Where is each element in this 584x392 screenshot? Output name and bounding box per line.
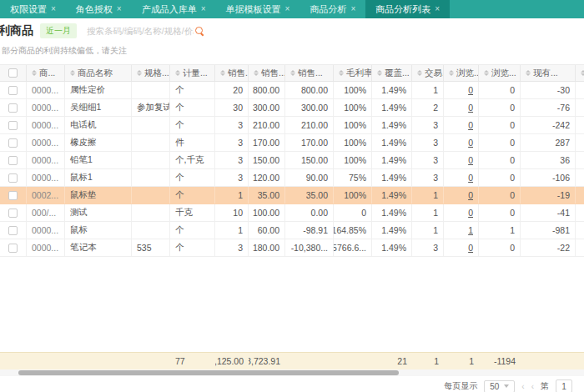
column-header[interactable]: 浏览... [479, 65, 521, 81]
tab-close-icon[interactable]: × [285, 5, 290, 13]
sort-icon[interactable] [377, 70, 382, 76]
table-row[interactable]: 0000...橡皮擦件3170.00170.00100%1.49%300287 [0, 134, 584, 152]
sort-icon[interactable] [290, 70, 295, 76]
cell-name: 属性定价 [65, 82, 132, 98]
cell-coverage: 1.49% [372, 152, 412, 168]
views-link[interactable]: 0 [468, 103, 473, 113]
cell-amount: 180.00 [249, 239, 285, 256]
table-row[interactable]: 0002...鼠标垫个135.0035.00100%1.49%100-19 [0, 187, 584, 204]
cell-qty: 3 [215, 169, 249, 186]
column-header[interactable]: 毛利率 [334, 65, 372, 81]
sort-icon[interactable] [220, 70, 225, 76]
row-checkbox[interactable] [8, 121, 18, 130]
horizontal-scrollbar[interactable] [0, 369, 584, 376]
sort-icon[interactable] [70, 70, 75, 76]
period-tag[interactable]: 近一月 [40, 23, 77, 38]
table-row[interactable]: 0000...鼠标1个3120.0090.0075%1.49%300-106 [0, 169, 584, 187]
tab-close-icon[interactable]: × [117, 5, 122, 13]
sort-icon[interactable] [526, 70, 531, 76]
row-checkbox[interactable] [8, 173, 18, 183]
row-checkbox[interactable] [8, 244, 18, 253]
tab-bar: 权限设置×角色授权×产成品入库单×单据模板设置×商品分析×商品分析列表× [0, 0, 584, 18]
search-box [87, 26, 204, 36]
tab-2[interactable]: 角色授权× [66, 0, 132, 18]
column-header[interactable]: 商品名称 [65, 65, 132, 81]
cell-coverage: 1.49% [372, 99, 412, 116]
sort-icon[interactable] [484, 70, 489, 76]
per-page-select[interactable]: 50 [484, 380, 515, 392]
tab-6[interactable]: 商品分析列表× [365, 0, 450, 18]
tab-close-icon[interactable]: × [51, 5, 56, 13]
row-checkbox[interactable] [8, 156, 18, 165]
prev-page-button[interactable]: ‹ [531, 382, 534, 391]
sort-icon[interactable] [137, 70, 142, 76]
row-checkbox[interactable] [8, 209, 18, 218]
column-header[interactable]: 销售... [249, 65, 285, 81]
views-link[interactable]: 0 [468, 243, 473, 253]
table-row[interactable]: 0000...电话机个3210.00210.00100%1.49%300-242 [0, 117, 584, 134]
tab-close-icon[interactable]: × [350, 5, 355, 13]
tab-close-icon[interactable]: × [435, 5, 440, 13]
table-row[interactable]: 000/...测试千克10100.000.0001.49%100-41 [0, 204, 584, 222]
table-header-row: 商...商品名称规格...计量...销售...销售...销售...毛利率覆盖..… [0, 64, 584, 82]
column-header[interactable]: 商... [27, 65, 65, 81]
row-checkbox[interactable] [8, 226, 18, 235]
column-header[interactable]: 覆盖... [372, 65, 412, 81]
sort-icon[interactable] [32, 70, 37, 76]
cell-spec: 535 [132, 239, 170, 256]
row-checkbox[interactable] [8, 103, 18, 113]
column-header[interactable]: 规格... [132, 65, 170, 81]
views-link[interactable]: 0 [468, 208, 473, 218]
sort-icon[interactable] [449, 70, 454, 76]
views-link[interactable]: 0 [468, 190, 473, 200]
pagination-bar: 每页显示 50 ‹ ‹ 第 1 [0, 379, 584, 392]
table-row[interactable]: 0000...鼠标个160.00-98.91-164.85%1.49%111-9… [0, 222, 584, 239]
views-link[interactable]: 0 [468, 85, 473, 95]
row-checkbox[interactable] [8, 138, 18, 148]
cell-stock: 36 [521, 152, 576, 168]
sort-icon[interactable] [175, 70, 180, 76]
column-header[interactable]: 计量... [170, 65, 215, 81]
sort-icon[interactable] [339, 70, 344, 76]
sort-icon[interactable] [581, 70, 584, 76]
column-header[interactable]: 浏览... [444, 65, 479, 81]
views-link[interactable]: 0 [468, 120, 473, 130]
cell-available [576, 134, 584, 151]
cell-profit: 150.00 [285, 152, 334, 168]
page-number-input[interactable]: 1 [556, 379, 572, 392]
sort-icon[interactable] [417, 70, 422, 76]
row-checkbox[interactable] [8, 86, 18, 95]
cell-available [576, 117, 584, 133]
cell-stock: -22 [521, 239, 576, 256]
table-row[interactable]: 0000...铅笔1个,千克3150.00150.00100%1.49%3003… [0, 152, 584, 169]
first-page-button[interactable]: ‹ [521, 382, 524, 391]
header-select-all[interactable] [0, 65, 27, 81]
views-link[interactable]: 1 [468, 225, 473, 235]
views-link[interactable]: 0 [468, 155, 473, 165]
cell-profit: -10,380... [285, 239, 334, 256]
views-link[interactable]: 0 [468, 138, 473, 148]
table-row[interactable]: 0000...属性定价个20800.00800.00100%1.49%100-3… [0, 82, 584, 99]
column-header[interactable]: 交易... [412, 65, 444, 81]
row-checkbox[interactable] [8, 191, 18, 200]
cell-amount: 150.00 [249, 152, 285, 168]
views-link[interactable]: 0 [468, 173, 473, 183]
table-row[interactable]: 0000...笔记本535个3180.00-10,380...-5766.6..… [0, 239, 584, 257]
tab-4[interactable]: 单据模板设置× [216, 0, 300, 18]
tab-close-icon[interactable]: × [201, 5, 206, 13]
scrollbar-thumb[interactable] [18, 370, 399, 375]
column-header[interactable]: 可... [576, 65, 584, 81]
sort-icon[interactable] [254, 70, 259, 76]
tab-1[interactable]: 权限设置× [0, 0, 66, 18]
cell-trade: 1 [412, 204, 444, 221]
tab-5[interactable]: 商品分析× [300, 0, 365, 18]
search-input[interactable] [87, 26, 194, 36]
search-icon[interactable] [195, 27, 204, 36]
column-header[interactable]: 销售... [285, 65, 334, 81]
table-row[interactable]: 0000...吴细细1参加复试个30300.00300.00100%1.49%2… [0, 99, 584, 117]
cell-available [576, 187, 584, 204]
column-header[interactable]: 销售... [215, 65, 249, 81]
select-all-checkbox[interactable] [8, 68, 18, 78]
column-header[interactable]: 现有... [521, 65, 576, 81]
tab-3[interactable]: 产成品入库单× [132, 0, 216, 18]
